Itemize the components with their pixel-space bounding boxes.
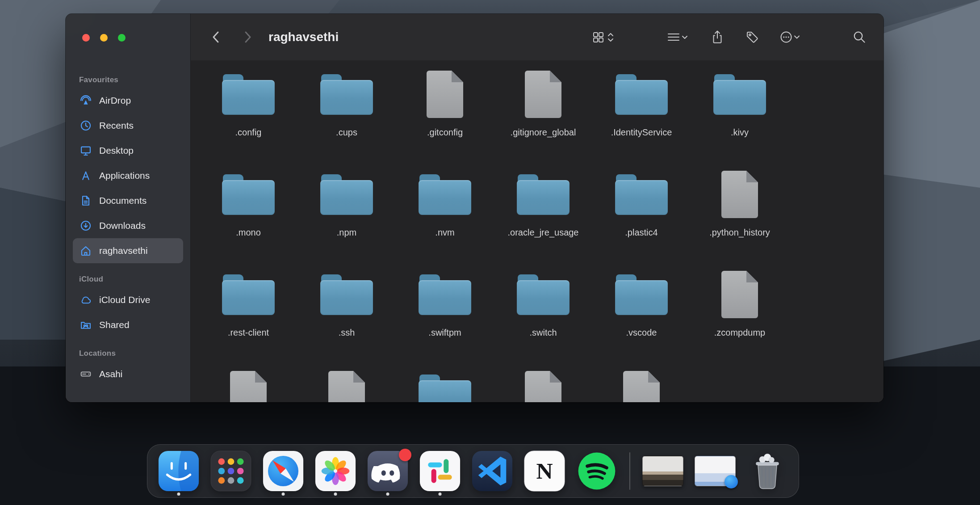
file-item[interactable] bbox=[592, 367, 691, 402]
file-item[interactable] bbox=[199, 367, 297, 402]
minimized-window-1[interactable] bbox=[642, 444, 683, 498]
search-icon[interactable] bbox=[852, 30, 867, 44]
file-item[interactable]: .kivy bbox=[691, 67, 789, 167]
dock-photos[interactable] bbox=[315, 444, 356, 498]
file-item[interactable]: .gitignore_global bbox=[494, 67, 592, 167]
sidebar: Favourites AirDrop Recents Desktop bbox=[66, 14, 191, 402]
folder-icon bbox=[615, 180, 668, 215]
running-indicator bbox=[439, 492, 442, 496]
window-thumbnail bbox=[642, 456, 683, 486]
dock-spotify[interactable] bbox=[576, 444, 617, 498]
file-item[interactable]: .nvm bbox=[396, 167, 494, 267]
sidebar-item-recents[interactable]: Recents bbox=[73, 113, 183, 138]
file-item[interactable]: .python_history bbox=[691, 167, 789, 267]
download-icon bbox=[79, 219, 92, 232]
running-indicator bbox=[282, 492, 285, 496]
sidebar-item-desktop[interactable]: Desktop bbox=[73, 138, 183, 163]
dock-separator bbox=[629, 452, 630, 490]
tag-icon[interactable] bbox=[745, 30, 759, 44]
sidebar-item-icloud-drive[interactable]: iCloud Drive bbox=[73, 287, 183, 312]
forward-button[interactable] bbox=[241, 29, 254, 45]
notion-icon: N bbox=[524, 450, 565, 492]
file-label: .npm bbox=[337, 227, 356, 238]
launchpad-icon bbox=[210, 450, 251, 492]
close-button[interactable] bbox=[82, 34, 90, 42]
running-indicator bbox=[386, 492, 389, 496]
finder-icon bbox=[158, 450, 199, 492]
dock-vscode[interactable] bbox=[472, 444, 513, 498]
sidebar-item-label: Documents bbox=[99, 195, 147, 206]
sidebar-item-documents[interactable]: Documents bbox=[73, 188, 183, 213]
sidebar-item-label: iCloud Drive bbox=[99, 295, 150, 305]
file-item[interactable] bbox=[396, 367, 494, 402]
file-item[interactable]: .config bbox=[199, 67, 297, 167]
file-item[interactable]: .swiftpm bbox=[396, 267, 494, 367]
sidebar-item-label: Desktop bbox=[99, 145, 134, 156]
more-actions-button[interactable] bbox=[780, 30, 800, 44]
dock-finder[interactable] bbox=[158, 444, 199, 498]
dock-safari[interactable] bbox=[263, 444, 304, 498]
running-indicator bbox=[334, 492, 337, 496]
file-icon bbox=[427, 71, 463, 118]
file-item[interactable]: .oracle_jre_usage bbox=[494, 167, 592, 267]
file-label: .zcompdump bbox=[714, 328, 766, 338]
sidebar-item-label: raghavsethi bbox=[99, 245, 148, 256]
file-item[interactable]: .npm bbox=[297, 167, 396, 267]
folder-icon bbox=[222, 180, 275, 215]
folder-icon bbox=[419, 380, 471, 402]
folder-icon bbox=[419, 180, 471, 215]
folder-icon bbox=[320, 180, 373, 215]
window-title: raghavsethi bbox=[268, 30, 339, 44]
sidebar-item-shared[interactable]: Shared bbox=[73, 312, 183, 337]
file-item[interactable] bbox=[297, 367, 396, 402]
traffic-lights bbox=[82, 34, 126, 42]
file-item[interactable]: .vscode bbox=[592, 267, 691, 367]
dock-notion[interactable]: N bbox=[524, 444, 565, 498]
sidebar-item-downloads[interactable]: Downloads bbox=[73, 213, 183, 238]
file-item[interactable]: .zcompdump bbox=[691, 267, 789, 367]
back-button[interactable] bbox=[209, 29, 223, 45]
dock-discord[interactable] bbox=[367, 444, 408, 498]
sidebar-item-airdrop[interactable]: AirDrop bbox=[73, 88, 183, 113]
safari-icon bbox=[263, 450, 304, 492]
file-icon bbox=[525, 71, 561, 118]
file-item[interactable]: .mono bbox=[199, 167, 297, 267]
sidebar-item-label: Shared bbox=[99, 320, 130, 330]
sidebar-item-raghavsethi[interactable]: raghavsethi bbox=[73, 238, 183, 263]
file-item[interactable]: .IdentityService bbox=[592, 67, 691, 167]
file-item[interactable]: .ssh bbox=[297, 267, 396, 367]
sidebar-item-asahi[interactable]: Asahi bbox=[73, 362, 183, 387]
zoom-button[interactable] bbox=[118, 34, 126, 42]
file-label: .vscode bbox=[626, 328, 657, 338]
trash-icon bbox=[747, 450, 788, 492]
file-item[interactable]: .plastic4 bbox=[592, 167, 691, 267]
sidebar-header-favourites: Favourites bbox=[79, 76, 190, 84]
file-item[interactable]: .cups bbox=[297, 67, 396, 167]
file-item[interactable] bbox=[494, 367, 592, 402]
sidebar-item-label: Downloads bbox=[99, 220, 146, 231]
file-icon bbox=[721, 271, 758, 318]
share-icon[interactable] bbox=[710, 29, 725, 45]
minimize-button[interactable] bbox=[100, 34, 108, 42]
dock-trash[interactable] bbox=[747, 444, 788, 498]
group-by-button[interactable] bbox=[666, 30, 690, 44]
svg-text:N: N bbox=[536, 458, 553, 484]
sidebar-item-applications[interactable]: Applications bbox=[73, 163, 183, 188]
file-label: .ssh bbox=[339, 328, 355, 338]
view-options-button[interactable] bbox=[591, 30, 616, 44]
file-label: .config bbox=[235, 127, 262, 138]
minimized-window-2[interactable] bbox=[695, 444, 736, 498]
disk-icon bbox=[79, 367, 92, 381]
file-item[interactable]: .gitconfig bbox=[396, 67, 494, 167]
sidebar-item-label: AirDrop bbox=[99, 95, 131, 106]
file-item[interactable]: .rest-client bbox=[199, 267, 297, 367]
desktop: Favourites AirDrop Recents Desktop bbox=[0, 0, 980, 505]
file-item[interactable]: .switch bbox=[494, 267, 592, 367]
dock-launchpad[interactable] bbox=[210, 444, 251, 498]
slack-icon bbox=[419, 450, 461, 492]
dock: N bbox=[147, 444, 799, 498]
photos-icon bbox=[315, 450, 356, 492]
toolbar: raghavsethi bbox=[191, 14, 884, 61]
sidebar-item-label: Recents bbox=[99, 120, 134, 131]
dock-slack[interactable] bbox=[419, 444, 461, 498]
